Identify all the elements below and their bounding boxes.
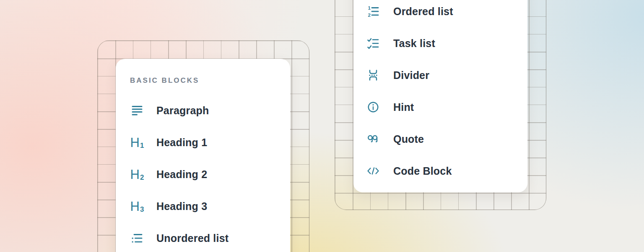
- block-menu-illustration: BASIC BLOCKS Paragraph H1 Heading 1 H2 H…: [0, 0, 644, 252]
- unordered-list-icon: [130, 231, 144, 245]
- task-list-icon: [366, 36, 380, 50]
- menu-item-heading-1[interactable]: H1 Heading 1: [130, 126, 290, 158]
- ordered-list-icon: 1 2: [366, 4, 380, 18]
- menu-item-divider[interactable]: Divider: [366, 59, 527, 91]
- menu-item-code-block[interactable]: Code Block: [366, 155, 527, 187]
- advanced-blocks-menu: 1 2 Ordered list Task list Divider: [353, 0, 527, 192]
- heading-1-icon: H1: [130, 135, 144, 150]
- paragraph-icon: [130, 103, 144, 118]
- hint-icon: [366, 100, 380, 114]
- menu-item-hint[interactable]: Hint: [366, 91, 527, 123]
- advanced-blocks-menu-list: 1 2 Ordered list Task list Divider: [366, 0, 527, 187]
- menu-item-heading-3[interactable]: H3 Heading 3: [130, 190, 290, 222]
- svg-text:1: 1: [368, 5, 371, 10]
- menu-item-heading-2[interactable]: H2 Heading 2: [130, 158, 290, 190]
- menu-item-ordered-list[interactable]: 1 2 Ordered list: [366, 0, 527, 27]
- svg-text:2: 2: [368, 13, 371, 18]
- code-block-icon: [366, 164, 380, 178]
- basic-blocks-menu: BASIC BLOCKS Paragraph H1 Heading 1 H2 H…: [116, 59, 290, 252]
- heading-3-icon: H3: [130, 199, 144, 213]
- menu-item-unordered-list[interactable]: Unordered list: [130, 222, 290, 252]
- menu-item-quote[interactable]: Quote: [366, 123, 527, 155]
- menu-item-task-list[interactable]: Task list: [366, 27, 527, 59]
- quote-icon: [366, 132, 380, 146]
- divider-icon: [366, 68, 380, 82]
- heading-2-icon: H2: [130, 167, 144, 181]
- basic-blocks-menu-list: Paragraph H1 Heading 1 H2 Heading 2 H3 H…: [130, 94, 290, 252]
- menu-item-paragraph[interactable]: Paragraph: [130, 94, 290, 126]
- section-label-basic-blocks: BASIC BLOCKS: [130, 76, 290, 86]
